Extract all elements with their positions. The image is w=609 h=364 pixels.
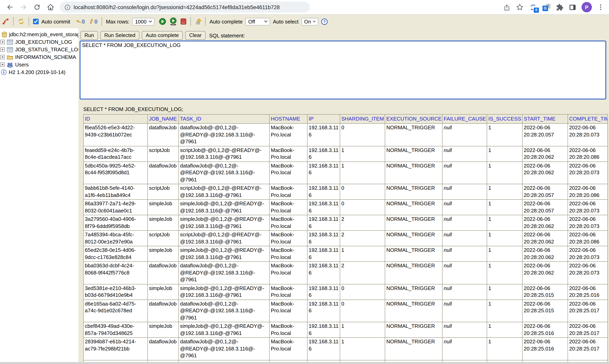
column-header-execution_source: EXECUTION_SOURCE: [385, 114, 442, 124]
cell-ip: 192.168.3.116: [307, 338, 340, 360]
profile-avatar[interactable]: P: [581, 2, 592, 12]
cell-is_success: 1: [487, 246, 522, 261]
max-rows-select[interactable]: 1000: [132, 18, 154, 25]
cell-job_name: simpleJob: [148, 215, 179, 231]
users-icon: [7, 62, 13, 67]
cell-failure_cause: null: [442, 124, 487, 146]
clear-button[interactable]: Clear: [185, 31, 206, 40]
expand-icon[interactable]: +: [0, 63, 5, 67]
cell-job_name: scriptJob: [148, 184, 179, 199]
cell-job_name: dataflowJob: [148, 261, 179, 284]
bookmark-star-icon[interactable]: [516, 3, 524, 11]
expand-icon[interactable]: +: [0, 47, 5, 52]
address-bar[interactable]: localhost:8080/h2-console/login.do?jsess…: [60, 1, 310, 13]
max-rows-label: Max rows:: [106, 18, 129, 25]
auto-complete-label: Auto complete: [209, 18, 243, 25]
run-selected-icon[interactable]: [170, 17, 177, 26]
cell-id: 3ed5381e-e210-46b3-b03d-6679d410e9b4: [83, 284, 148, 299]
scroll-top-icon[interactable]: [195, 18, 201, 25]
cell-sharding_item: 2: [340, 215, 385, 231]
cell-is_success: 1: [487, 184, 522, 199]
auto-complete-button[interactable]: Auto complete: [142, 31, 183, 40]
auto-select-select[interactable]: On: [301, 18, 318, 25]
column-header-start_time: START_TIME: [522, 114, 568, 124]
cell-id: cbef8439-49ad-430e-857a-79470d348625: [83, 322, 148, 338]
auto-complete-select[interactable]: Off: [245, 18, 270, 25]
cell-task_id: dataflowJob@-@0,1,2@-@READY@-@192.168.3.…: [179, 261, 269, 284]
expand-icon[interactable]: +: [0, 55, 5, 59]
cell-is_success: 1: [487, 124, 522, 146]
cell-job_name: dataflowJob: [148, 124, 179, 146]
cell-hostname: MacBook-Pro.local: [269, 199, 307, 215]
sidebar-item-users[interactable]: +Users: [0, 61, 79, 68]
cell-failure_cause: null: [442, 231, 487, 246]
cell-failure_cause: null: [442, 215, 487, 231]
extensions-puzzle-icon[interactable]: [556, 3, 564, 11]
cell-hostname: MacBook-Pro.local: [269, 231, 307, 246]
cell-execution_source: NORMAL_TRIGGER: [385, 215, 442, 231]
browser-menu-icon[interactable]: [597, 4, 604, 11]
help-icon[interactable]: ?: [321, 18, 328, 25]
sidebar-item-label: JOB_STATUS_TRACE_LOG: [15, 47, 82, 52]
query-panel: RunRun SelectedAuto completeClearSQL sta…: [79, 28, 609, 364]
cell-hostname: MacBook-Pro.local: [269, 284, 307, 299]
sidebar-item-information_schema[interactable]: +INFORMATION_SCHEMA: [0, 53, 79, 61]
url-text: localhost:8080/h2-console/login.do?jsess…: [74, 4, 280, 10]
cell-complete_time: 2022-06-06 20:28:20.073: [568, 215, 608, 231]
translate-icon[interactable]: 文 G: [542, 3, 551, 11]
side-panel-icon[interactable]: [569, 3, 576, 11]
cell-execution_source: NORMAL_TRIGGER: [385, 199, 442, 215]
cell-job_name: dataflowJob: [148, 299, 179, 322]
run-selected-button[interactable]: Run Selected: [100, 31, 139, 40]
cell-failure_cause: null: [442, 322, 487, 338]
run-button[interactable]: Run: [81, 31, 98, 40]
cell-ip: 192.168.3.116: [307, 284, 340, 299]
cell-complete_time: 2022-06-06 20:28:20.073: [568, 199, 608, 215]
cell-execution_source: NORMAL_TRIGGER: [385, 146, 442, 161]
cell-failure_cause: null: [442, 184, 487, 199]
back-button[interactable]: [3, 1, 17, 13]
sql-editor[interactable]: [80, 40, 606, 99]
cell-complete_time: 2022-06-06 20:28:20.073: [568, 161, 608, 184]
column-header-id: ID: [83, 114, 148, 124]
cell-sharding_item: 1: [340, 338, 385, 360]
cell-start_time: 2022-06-06 20:28:20.062: [522, 261, 568, 284]
cell-execution_source: NORMAL_TRIGGER: [385, 124, 442, 146]
table-row: 86a33977-2a71-4e29-8032-0c6041aae0c1simp…: [83, 199, 608, 215]
sync-extension-icon[interactable]: 0: [529, 3, 537, 11]
home-button[interactable]: [44, 1, 57, 13]
cell-start_time: 2022-06-06 20:28:20.057: [522, 199, 568, 215]
cell-is_success: 1: [487, 322, 522, 338]
connection-node[interactable]: jdbc:h2:mem:job_event_storage: [0, 31, 79, 38]
cell-start_time: 2022-06-06 20:28:20.057: [522, 184, 568, 199]
run-icon[interactable]: [159, 18, 166, 25]
cell-ip: 192.168.3.116: [307, 124, 340, 146]
refresh-icon[interactable]: [17, 18, 25, 25]
expand-icon[interactable]: +: [0, 40, 5, 44]
edit-history-icon[interactable]: 0: [89, 18, 97, 25]
cell-complete_time: 2022-06-06 20:28:20.073: [568, 261, 608, 284]
cell-execution_source: NORMAL_TRIGGER: [385, 231, 442, 246]
cell-ip: 192.168.3.116: [307, 299, 340, 322]
cell-is_success: 1: [487, 261, 522, 284]
site-info-icon[interactable]: [65, 4, 70, 10]
disconnect-icon[interactable]: [2, 18, 9, 25]
undo-history-icon[interactable]: 0: [75, 18, 85, 25]
reload-button[interactable]: [30, 1, 44, 13]
stop-icon[interactable]: [180, 18, 186, 25]
cell-job_name: scriptJob: [148, 146, 179, 161]
auto-select-label: Auto select: [273, 18, 299, 25]
sidebar-item-job_execution_log[interactable]: +JOB_EXECUTION_LOG: [0, 38, 79, 46]
forward-button[interactable]: [17, 1, 30, 13]
cell-id: d6e165aa-6a02-4d75-a74c-9d1e02c678ed: [83, 299, 148, 322]
database-icon: [1, 31, 7, 38]
auto-commit-checkbox[interactable]: [33, 19, 39, 24]
share-icon[interactable]: [503, 3, 511, 11]
cell-is_success: 1: [487, 215, 522, 231]
cell-failure_cause: null: [442, 199, 487, 215]
cell-job_name: scriptJob: [148, 231, 179, 246]
cell-hostname: MacBook-Pro.local: [269, 215, 307, 231]
cell-id: bba0363d-dcbf-4c24-8068-9f442f5776c8: [83, 261, 148, 284]
table-row: f6ea5526-e5e3-4d22-9439-c23b61b072ecdata…: [83, 124, 608, 146]
sidebar-item-job_status_trace_log[interactable]: +JOB_STATUS_TRACE_LOG: [0, 46, 79, 53]
